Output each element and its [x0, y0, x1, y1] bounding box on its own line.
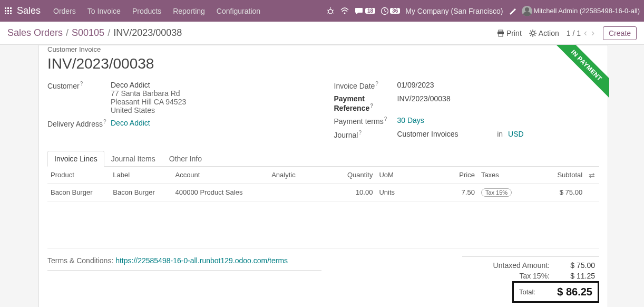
- invoice-date-label: Invoice Date?: [334, 81, 397, 90]
- col-analytic: Analytic: [268, 167, 336, 184]
- debug-icon[interactable]: [326, 7, 335, 15]
- optional-fields-icon[interactable]: ⇄: [589, 171, 595, 179]
- breadcrumb-current: INV/2023/00038: [113, 27, 182, 39]
- form-sheet: IN PAYMENT Customer Invoice INV/2023/000…: [38, 45, 608, 307]
- delivery-address-link[interactable]: Deco Addict: [111, 119, 313, 128]
- table-row[interactable]: Bacon Burger Bacon Burger 400000 Product…: [47, 184, 599, 201]
- svg-point-22: [531, 32, 534, 35]
- tax-label: Tax 15%:: [466, 272, 550, 280]
- apps-icon[interactable]: [4, 7, 13, 15]
- total-value: $ 86.25: [557, 286, 592, 298]
- create-button[interactable]: Create: [603, 26, 637, 40]
- breadcrumb: Sales Orders / S00105 / INV/2023/00038: [7, 27, 182, 39]
- terms-label: Terms & Conditions:: [47, 256, 115, 265]
- col-price: Price: [410, 167, 478, 184]
- invoice-lines-table: Product Label Account Analytic Quantity …: [47, 167, 599, 202]
- tax-value: $ 11.25: [558, 272, 595, 280]
- col-uom: UoM: [376, 167, 409, 184]
- avatar: [522, 6, 532, 16]
- record-type-label: Customer Invoice: [47, 45, 599, 53]
- journal-label: Journal?: [334, 130, 397, 139]
- tab-invoice-lines[interactable]: Invoice Lines: [47, 151, 104, 167]
- payment-reference-value: INV/2023/00038: [397, 94, 600, 112]
- systray: 18 36 My Company (San Francisco) Mitchel…: [326, 6, 640, 16]
- cell-uom: Units: [376, 184, 409, 201]
- breadcrumb-root[interactable]: Sales Orders: [7, 27, 63, 39]
- cell-product: Bacon Burger: [47, 184, 110, 201]
- menu-reporting[interactable]: Reporting: [169, 4, 209, 18]
- pager-next[interactable]: ›: [590, 27, 596, 39]
- svg-rect-4: [7, 10, 9, 12]
- menu-products[interactable]: Products: [128, 4, 165, 18]
- terms-block: Terms & Conditions: https://22585498-16-…: [47, 256, 462, 271]
- col-taxes: Taxes: [478, 167, 523, 184]
- payment-reference-label: Payment Reference?: [334, 94, 397, 112]
- tax-tag: Tax 15%: [481, 188, 512, 197]
- activities-icon[interactable]: 36: [380, 7, 400, 15]
- customer-label: Customer?: [47, 81, 111, 114]
- col-toggle[interactable]: ⇄: [586, 167, 599, 184]
- delivery-address-label: Delivery Address?: [47, 119, 111, 128]
- svg-rect-2: [10, 7, 12, 9]
- tab-other-info[interactable]: Other Info: [162, 151, 209, 166]
- address-line-2: Pleasant Hill CA 94523: [111, 98, 313, 106]
- untaxed-value: $ 75.00: [558, 261, 595, 270]
- pager-prev[interactable]: ‹: [583, 27, 588, 39]
- topbar: Sales Orders To Invoice Products Reporti…: [0, 0, 644, 22]
- svg-rect-0: [5, 7, 6, 9]
- tools-icon[interactable]: [508, 7, 516, 15]
- totals-block: Untaxed Amount: $ 75.00 Tax 15%: $ 11.25…: [462, 256, 599, 303]
- notebook-tabs: Invoice Lines Journal Items Other Info: [47, 151, 599, 167]
- cell-quantity: 10.00: [336, 184, 376, 201]
- svg-line-18: [385, 11, 386, 12]
- cell-label: Bacon Burger: [110, 184, 172, 201]
- currency-link[interactable]: USD: [508, 130, 524, 138]
- cell-subtotal: $ 75.00: [523, 184, 586, 201]
- svg-rect-21: [499, 34, 503, 36]
- svg-point-9: [328, 9, 333, 14]
- cell-price: 7.50: [410, 184, 478, 201]
- total-label: Total:: [519, 288, 535, 296]
- action-button[interactable]: Action: [529, 29, 559, 37]
- svg-rect-5: [10, 10, 12, 12]
- menu-orders[interactable]: Orders: [49, 4, 80, 18]
- wifi-icon[interactable]: [340, 7, 349, 15]
- svg-rect-19: [499, 30, 503, 32]
- col-quantity: Quantity: [336, 167, 376, 184]
- messages-icon[interactable]: 18: [355, 7, 375, 15]
- user-menu[interactable]: Mitchell Admin (22585498-16-0-all): [522, 6, 640, 16]
- form-scroll[interactable]: IN PAYMENT Customer Invoice INV/2023/000…: [0, 45, 644, 307]
- pager: 1 / 1 ‹ ›: [567, 27, 596, 39]
- topbar-menu: Orders To Invoice Products Reporting Con…: [49, 4, 265, 18]
- payment-terms-link[interactable]: 30 Days: [397, 116, 600, 126]
- cell-account: 400000 Product Sales: [172, 184, 268, 201]
- terms-link[interactable]: https://22585498-16-0-all.runbot129.odoo…: [115, 256, 288, 265]
- cell-analytic: [268, 184, 336, 201]
- cell-taxes: Tax 15%: [478, 184, 523, 201]
- svg-rect-1: [7, 7, 9, 9]
- svg-line-27: [530, 31, 531, 32]
- invoice-date-value: 01/09/2023: [397, 81, 600, 90]
- table-filler: [47, 202, 599, 249]
- total-final: Total: $ 86.25: [512, 281, 599, 303]
- customer-link[interactable]: Deco Addict: [111, 81, 150, 89]
- menu-to-invoice[interactable]: To Invoice: [83, 4, 125, 18]
- breadcrumb-parent[interactable]: S00105: [72, 27, 104, 39]
- svg-line-30: [534, 31, 535, 32]
- svg-rect-7: [7, 13, 9, 14]
- svg-rect-6: [5, 13, 6, 14]
- print-button[interactable]: Print: [497, 29, 522, 37]
- brand-link[interactable]: Sales: [17, 5, 41, 16]
- control-panel: Sales Orders / S00105 / INV/2023/00038 P…: [0, 22, 644, 45]
- pager-text: 1 / 1: [567, 29, 581, 37]
- user-name: Mitchell Admin (22585498-16-0-all): [533, 7, 640, 15]
- svg-rect-8: [10, 13, 12, 14]
- tab-journal-items[interactable]: Journal Items: [104, 151, 162, 166]
- col-subtotal: Subtotal: [523, 167, 586, 184]
- col-label: Label: [110, 167, 172, 184]
- address-line-1: 77 Santa Barbara Rd: [111, 89, 313, 98]
- company-switcher[interactable]: My Company (San Francisco): [405, 7, 503, 15]
- svg-point-15: [344, 12, 345, 14]
- untaxed-label: Untaxed Amount:: [466, 261, 550, 270]
- menu-configuration[interactable]: Configuration: [212, 4, 265, 18]
